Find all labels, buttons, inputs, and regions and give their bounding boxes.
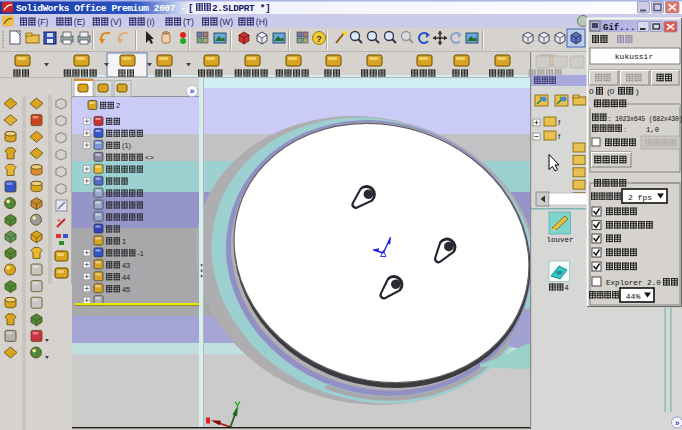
svg-text:(0: (0 — [607, 87, 615, 96]
svg-text:SolidWorks Office Premium 2007: SolidWorks Office Premium 2007 - — [16, 3, 186, 14]
svg-text:(1): (1) — [122, 141, 132, 150]
svg-text:(I): (I) — [147, 17, 155, 27]
svg-text:»: » — [190, 86, 195, 96]
svg-text:[: [ — [188, 3, 194, 14]
svg-text:»: » — [675, 418, 680, 428]
svg-text:(E): (E) — [74, 17, 86, 27]
svg-text:<>: <> — [145, 153, 154, 162]
svg-text:(V): (V) — [110, 17, 122, 27]
svg-text:(H): (H) — [256, 17, 268, 27]
svg-text:Explorer 2.0: Explorer 2.0 — [606, 279, 661, 287]
svg-text:2: 2 — [116, 101, 120, 110]
svg-text:44%: 44% — [626, 292, 641, 301]
svg-text:1: 1 — [122, 237, 126, 246]
svg-text:2.SLDPRT *]: 2.SLDPRT *] — [212, 3, 270, 14]
svg-text:: 1023x645 (682x430): : 1023x645 (682x430) — [607, 116, 682, 123]
svg-text:1,0: 1,0 — [646, 126, 659, 134]
svg-text:?: ? — [316, 34, 322, 44]
svg-text::: : — [624, 125, 626, 134]
svg-text:): ) — [636, 87, 639, 96]
svg-text:kukussir: kukussir — [615, 52, 654, 61]
svg-text:Gif...: Gif... — [603, 23, 635, 33]
svg-text:(T): (T) — [183, 17, 194, 27]
svg-text:-1: -1 — [137, 249, 144, 258]
svg-text:+: + — [57, 217, 61, 224]
svg-text:louver: louver — [546, 236, 573, 244]
svg-text:44: 44 — [122, 273, 130, 282]
svg-text:(F): (F) — [37, 17, 48, 27]
svg-text:0: 0 — [589, 87, 594, 96]
svg-text:4: 4 — [564, 283, 568, 292]
svg-text:(W): (W) — [219, 17, 233, 27]
svg-text:2 fps: 2 fps — [628, 193, 652, 202]
svg-text:45: 45 — [122, 285, 130, 294]
svg-text:43: 43 — [122, 261, 130, 270]
